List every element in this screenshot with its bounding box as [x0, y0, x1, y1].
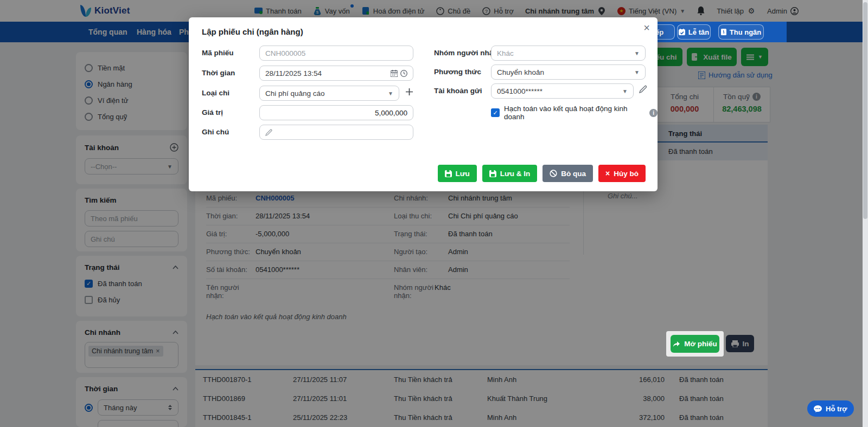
- save-icon: [489, 170, 496, 177]
- chat-bubble-icon: [814, 405, 822, 412]
- open-voucher-button[interactable]: Mở phiếu: [671, 335, 719, 353]
- chevron-down-icon: ▼: [634, 69, 640, 75]
- save-icon: [445, 170, 452, 177]
- add-expense-type-icon[interactable]: [405, 87, 414, 96]
- accounting-checkbox-row[interactable]: ✓ Hạch toán vào kết quả hoạt động kinh d…: [491, 105, 658, 121]
- page-scrollbar[interactable]: [863, 0, 868, 427]
- modal-title: Lập phiếu chi (ngân hàng): [202, 27, 303, 36]
- voucher-code-input[interactable]: CNH000005: [259, 46, 413, 61]
- calendar-icon[interactable]: [391, 70, 398, 77]
- ban-icon: [550, 170, 557, 177]
- reception-button[interactable]: Lễ tân: [677, 24, 711, 40]
- payment-method-select[interactable]: Chuyển khoản ▼: [491, 64, 646, 80]
- receiver-group-select[interactable]: Khác ▼: [491, 46, 646, 61]
- amount-input[interactable]: 5,000,000: [259, 105, 413, 120]
- modal-actions: Lưu Lưu & In Bỏ qua × Hủy bỏ: [438, 165, 646, 182]
- note-input[interactable]: [259, 125, 413, 140]
- create-payment-voucher-modal: Lập phiếu chi (ngân hàng) × Mã phiếu CNH…: [189, 17, 658, 191]
- checkbox-checked-icon: ✓: [491, 108, 500, 117]
- scrollbar-thumb[interactable]: [863, 2, 867, 219]
- clock-icon[interactable]: [400, 70, 407, 77]
- save-and-print-button[interactable]: Lưu & In: [482, 165, 538, 182]
- cashier-button[interactable]: Thu ngân: [718, 24, 764, 40]
- voucher-time-input[interactable]: 28/11/2025 13:54: [259, 66, 413, 81]
- edit-account-icon[interactable]: [639, 85, 647, 93]
- calendar-check-icon: [679, 29, 685, 35]
- info-icon: i: [649, 109, 658, 117]
- save-button[interactable]: Lưu: [438, 165, 477, 182]
- chevron-down-icon: ▼: [634, 50, 640, 56]
- sender-account-select[interactable]: 0541000****** ▼: [491, 83, 634, 99]
- chevron-down-icon: ▼: [388, 90, 393, 96]
- share-arrow-icon: [673, 341, 680, 347]
- receipt-icon: [721, 29, 726, 35]
- close-icon[interactable]: ×: [643, 22, 650, 34]
- cancel-button[interactable]: × Hủy bỏ: [598, 165, 646, 182]
- expense-type-select[interactable]: Chi phí quảng cáo ▼: [259, 86, 399, 101]
- skip-button[interactable]: Bỏ qua: [542, 165, 593, 182]
- support-floating-button[interactable]: Hỗ trợ: [807, 400, 854, 417]
- x-icon: ×: [605, 169, 610, 178]
- chevron-down-icon: ▼: [622, 88, 628, 94]
- pencil-icon: [265, 129, 272, 136]
